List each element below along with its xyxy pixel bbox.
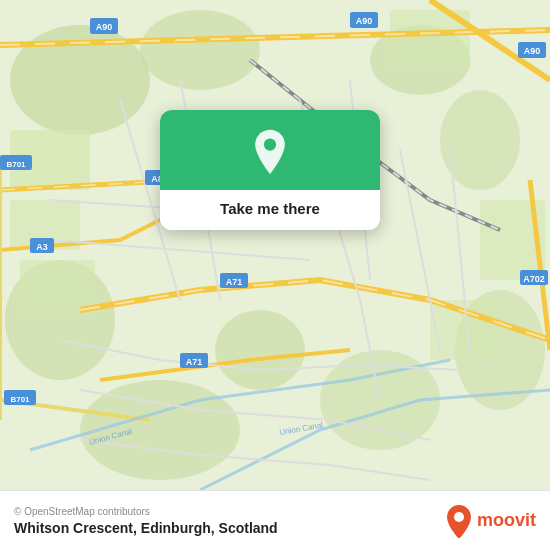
svg-text:A702: A702 — [523, 274, 545, 284]
svg-text:A71: A71 — [226, 277, 243, 287]
bottom-bar: © OpenStreetMap contributors Whitson Cre… — [0, 490, 550, 550]
popup-label-area[interactable]: Take me there — [160, 190, 380, 230]
svg-text:A71: A71 — [186, 357, 203, 367]
copyright-text: © OpenStreetMap contributors — [14, 506, 278, 517]
svg-text:A90: A90 — [96, 22, 113, 32]
svg-text:A90: A90 — [356, 16, 373, 26]
svg-text:B701: B701 — [6, 160, 26, 169]
svg-point-39 — [454, 512, 464, 522]
popup-card[interactable]: Take me there — [160, 110, 380, 230]
take-me-there-button[interactable]: Take me there — [220, 200, 320, 217]
svg-text:A90: A90 — [524, 46, 541, 56]
svg-text:A3: A3 — [36, 242, 48, 252]
bottom-info: © OpenStreetMap contributors Whitson Cre… — [14, 506, 278, 536]
moovit-logo: moovit — [445, 504, 536, 538]
svg-text:B701: B701 — [10, 395, 30, 404]
moovit-brand-text: moovit — [477, 510, 536, 531]
svg-point-6 — [215, 310, 305, 390]
svg-point-38 — [264, 138, 276, 150]
moovit-brand-icon — [445, 504, 473, 538]
map-svg: Union Canal Union Canal A90 A90 A90 A8 A… — [0, 0, 550, 490]
map-container: Union Canal Union Canal A90 A90 A90 A8 A… — [0, 0, 550, 490]
svg-point-2 — [140, 10, 260, 90]
popup-green-area — [160, 110, 380, 190]
location-name: Whitson Crescent, Edinburgh, Scotland — [14, 520, 278, 536]
location-pin-icon — [246, 128, 294, 176]
